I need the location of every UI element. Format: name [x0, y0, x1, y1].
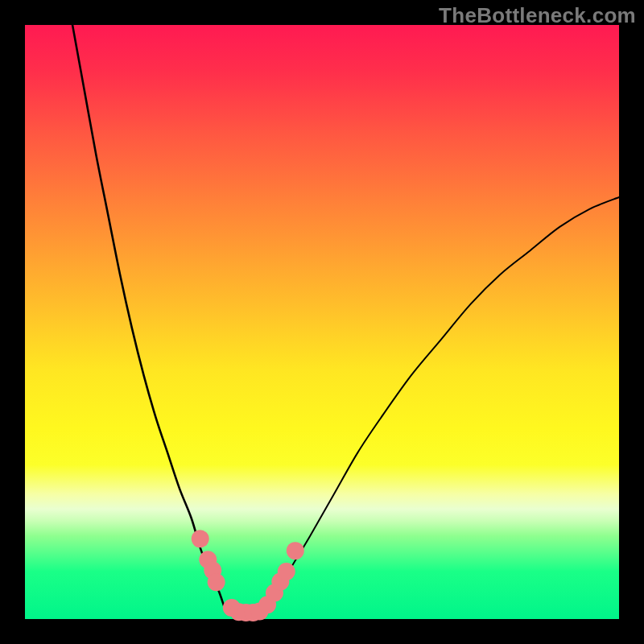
curve-right-branch: [269, 197, 619, 606]
data-marker: [208, 573, 225, 591]
chart-svg: [25, 25, 619, 619]
marker-group: [192, 530, 304, 621]
data-marker: [278, 563, 295, 580]
data-marker: [192, 530, 209, 547]
data-marker: [287, 542, 304, 559]
curve-left-branch: [72, 25, 224, 606]
chart-frame: TheBottleneck.com: [0, 0, 644, 644]
watermark-text: TheBottleneck.com: [439, 3, 636, 28]
